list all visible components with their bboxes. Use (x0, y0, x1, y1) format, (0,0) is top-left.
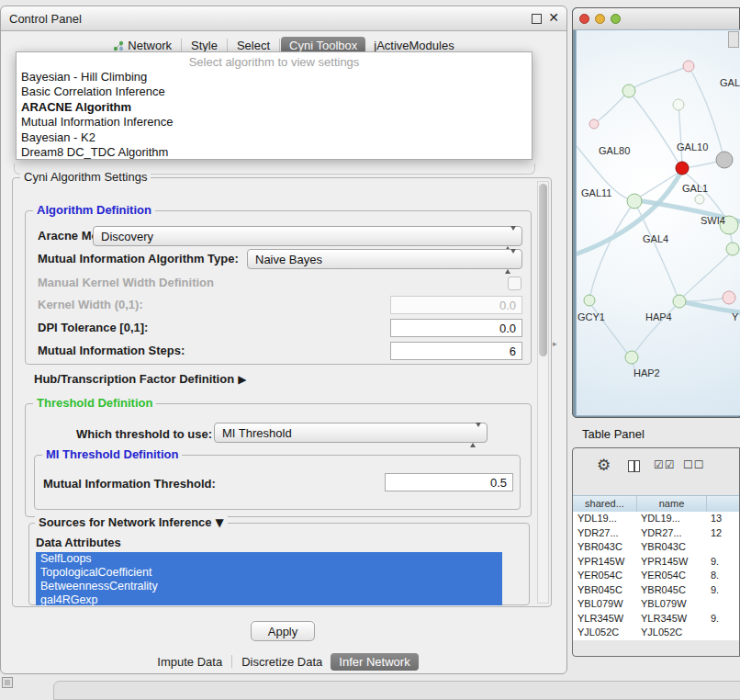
dpi-tolerance-field[interactable] (390, 319, 522, 337)
apply-button[interactable]: Apply (251, 621, 315, 641)
tab-network-label: Network (128, 39, 172, 52)
mi-threshold-field[interactable] (385, 473, 513, 491)
cell: YBR043C (637, 540, 707, 555)
manual-kernel-width-label: Manual Kernel Width Definition (38, 274, 214, 292)
network-node[interactable] (584, 295, 595, 306)
cell: YBL079W (573, 597, 637, 612)
column-header-extra[interactable] (707, 496, 739, 512)
control-panel-window: Control Panel ✕ Network Style Select Cyn… (0, 6, 567, 674)
network-edge[interactable] (629, 66, 689, 91)
table-body: YDL19...YDL19...13 YDR27...YDR27...12 YB… (573, 512, 739, 640)
network-node[interactable] (625, 351, 638, 364)
network-tab-icon (113, 40, 124, 51)
network-edge[interactable] (678, 105, 682, 166)
close-icon[interactable]: ✕ (548, 10, 559, 25)
aracne-mode-value: Discovery (101, 230, 153, 243)
tab-infer-network[interactable]: Infer Network (331, 653, 418, 671)
node-label: GAL7 (720, 77, 740, 88)
network-node-selected[interactable] (676, 162, 689, 175)
mi-algorithm-type-combobox[interactable]: Naive Bayes (247, 249, 522, 269)
attribute-item-selected[interactable]: SelfLoops (36, 552, 502, 566)
network-node[interactable] (622, 85, 635, 97)
tab-separator (227, 39, 228, 51)
threshold-definition-title: Threshold Definition (33, 397, 156, 410)
network-node[interactable] (673, 99, 684, 110)
bottom-tabbar: Impute Data Discretize Data Infer Networ… (1, 651, 566, 672)
splitter-handle-icon[interactable]: ▸ (553, 339, 557, 348)
column-header-shared-name[interactable]: shared... (573, 496, 637, 512)
network-node[interactable] (627, 194, 642, 209)
network-canvas[interactable]: GAL7 GAL80 GAL10 GAL11 GAL1 SWI4 GAL4 GC… (576, 29, 740, 416)
network-edge[interactable] (635, 203, 678, 299)
network-node[interactable] (589, 119, 599, 129)
algorithm-option[interactable]: Basic Correlation Inference (17, 85, 532, 99)
table-row[interactable]: YPR145WYPR145W9. (573, 555, 739, 570)
settings-scrollbar-thumb[interactable] (539, 184, 547, 356)
cell: YBR043C (573, 540, 637, 555)
table-row[interactable]: YDR27...YDR27...12 (573, 526, 739, 541)
algorithm-option[interactable]: Bayesian - K2 (17, 130, 532, 145)
combo-arrows-icon (505, 231, 516, 247)
minimize-traffic-light[interactable] (595, 14, 605, 24)
data-attributes-label: Data Attributes (36, 534, 121, 552)
column-header-name[interactable]: name (637, 496, 707, 512)
table-row[interactable]: YLR345WYLR345W9. (573, 612, 739, 627)
control-panel-titlebar: Control Panel ✕ (1, 6, 566, 31)
network-node[interactable] (723, 291, 735, 304)
kernel-width-field[interactable] (390, 296, 522, 314)
table-row[interactable]: YER054CYER054C8. (573, 569, 739, 583)
data-attributes-list: SelfLoops TopologicalCoefficient Between… (36, 552, 502, 605)
table-row[interactable]: YDL19...YDL19...13 (573, 512, 739, 526)
algorithm-option[interactable]: Bayesian - Hill Climbing (17, 70, 532, 85)
deselect-all-checks-icon[interactable]: ☐☐ (683, 458, 705, 471)
network-edge[interactable] (629, 91, 680, 166)
network-node[interactable] (726, 243, 739, 255)
close-traffic-light[interactable] (579, 14, 589, 24)
tab-impute-data[interactable]: Impute Data (149, 653, 230, 671)
network-edge[interactable] (594, 91, 629, 124)
table-row[interactable]: YBL079WYBL079W (573, 597, 739, 612)
network-node[interactable] (716, 152, 733, 168)
algorithm-option[interactable]: Mutual Information Inference (17, 115, 532, 130)
settings-scrollbar[interactable] (537, 181, 549, 604)
network-graph: GAL7 GAL80 GAL10 GAL11 GAL1 SWI4 GAL4 GC… (577, 30, 740, 416)
gear-icon[interactable]: ⚙ (597, 456, 611, 474)
attribute-item-selected[interactable]: TopologicalCoefficient (36, 566, 502, 580)
network-labels: GAL7 GAL80 GAL10 GAL11 GAL1 SWI4 GAL4 GC… (577, 77, 740, 378)
algorithm-option[interactable]: Dream8 DC_TDC Algorithm (17, 145, 532, 160)
cell: YBL079W (637, 597, 707, 612)
attribute-item-selected[interactable]: BetweennessCentrality (36, 580, 502, 593)
tab-discretize-data[interactable]: Discretize Data (233, 653, 331, 671)
float-window-icon[interactable] (532, 14, 542, 24)
dpi-tolerance-label: DPI Tolerance [0,1]: (38, 319, 148, 337)
table-row[interactable]: YBR045CYBR045C9. (573, 583, 739, 598)
mi-steps-field[interactable] (390, 342, 522, 360)
columns-icon[interactable] (628, 460, 640, 472)
network-edge[interactable] (681, 298, 729, 301)
algorithm-option-selected[interactable]: ARACNE Algorithm (17, 100, 532, 115)
hub-section-toggle[interactable]: Hub/Transcription Factor Definition▶ (34, 372, 246, 386)
network-node[interactable] (695, 195, 704, 204)
cell: YPR145W (637, 555, 707, 570)
network-node[interactable] (683, 61, 694, 72)
manual-kernel-width-checkbox[interactable] (508, 277, 521, 290)
cell: YJL052C (637, 626, 707, 640)
which-threshold-combobox[interactable]: MI Threshold (214, 423, 488, 443)
attribute-item-selected[interactable]: gal4RGexp (36, 593, 502, 605)
network-edge[interactable] (589, 202, 634, 299)
docked-panel-icon[interactable] (2, 677, 13, 688)
algorithm-option-placeholder[interactable]: Select algorithm to view settings (17, 54, 532, 70)
cell: YPR145W (573, 555, 637, 570)
select-all-checks-icon[interactable]: ☑☑ (654, 458, 676, 471)
table-header-row: shared... name (573, 495, 739, 513)
aracne-mode-combobox[interactable]: Discovery (93, 226, 522, 246)
cell: YBR045C (637, 583, 707, 598)
canvas-scrollbar-stub[interactable] (728, 31, 739, 48)
tab-separator (231, 655, 232, 668)
table-row[interactable]: YBR043CYBR043C (573, 540, 739, 555)
network-edge[interactable] (589, 302, 630, 356)
table-row[interactable]: YJL052CYJL052C (573, 626, 739, 640)
sources-toggle[interactable]: Sources for Network Inference▼ (35, 516, 228, 529)
zoom-traffic-light[interactable] (611, 14, 621, 24)
network-node[interactable] (673, 295, 686, 308)
